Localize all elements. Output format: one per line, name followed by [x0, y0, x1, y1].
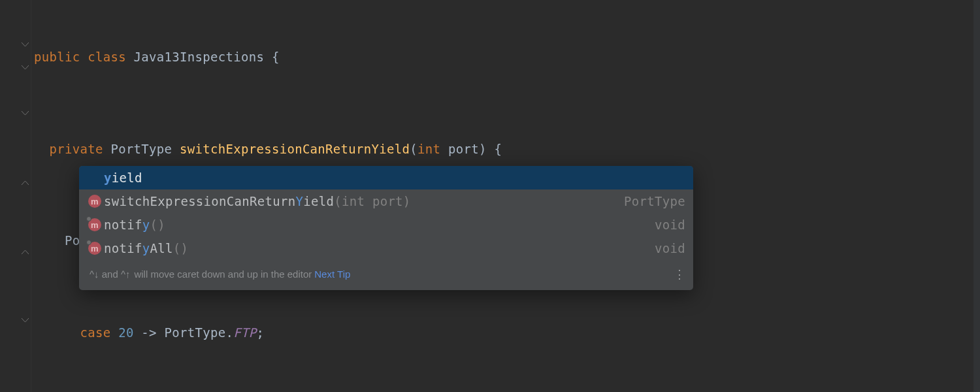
vertical-scrollbar[interactable] — [973, 0, 980, 392]
fold-close-icon[interactable] — [21, 178, 29, 187]
brace: { — [264, 50, 279, 64]
completion-return-type: void — [648, 237, 685, 260]
shortcut-hint: ^↓ and ^↑ — [90, 263, 130, 286]
method-icon: m — [86, 195, 104, 208]
fold-close-icon[interactable] — [21, 248, 29, 256]
completion-label: notifyAll() — [104, 237, 648, 260]
semicolon: ; — [256, 325, 264, 340]
param-name: port — [448, 142, 479, 156]
footer-text: will move caret down and up in the edito… — [134, 263, 312, 286]
method-name: switchExpressionCanReturnYield — [180, 142, 410, 156]
keyword: private — [49, 142, 110, 156]
method-icon: m — [86, 242, 104, 255]
arrow: -> PortType. — [134, 325, 234, 340]
completion-item[interactable]: mswitchExpressionCanReturnYield(int port… — [79, 189, 693, 213]
completion-label: notify() — [104, 214, 648, 237]
code-completion-popup: yieldmswitchExpressionCanReturnYield(int… — [79, 166, 693, 290]
return-type: PortType — [110, 142, 180, 156]
completion-return-type: void — [648, 214, 685, 237]
fold-toggle-icon[interactable] — [21, 63, 29, 72]
keyword: case — [80, 325, 118, 340]
completion-item[interactable]: mnotifyAll()void — [79, 237, 693, 260]
number-literal: 20 — [118, 325, 133, 340]
completion-label: yield — [104, 167, 685, 189]
kebab-menu-icon[interactable]: ⋮ — [674, 271, 685, 278]
fold-toggle-icon[interactable] — [21, 316, 29, 325]
fold-toggle-icon[interactable] — [21, 41, 29, 49]
completion-label: switchExpressionCanReturnYield(int port) — [104, 190, 617, 213]
keyword: int — [417, 142, 448, 156]
completion-footer: ^↓ and ^↑ will move caret down and up in… — [79, 260, 693, 290]
completion-item[interactable]: yield — [79, 166, 693, 189]
class-name: Java13Inspections — [134, 50, 265, 64]
completion-item[interactable]: mnotify()void — [79, 213, 693, 237]
fold-toggle-icon[interactable] — [21, 109, 29, 118]
code-line: private PortType switchExpressionCanRetu… — [34, 138, 980, 161]
editor-gutter — [0, 0, 31, 392]
paren: ) { — [479, 142, 502, 156]
paren: ( — [410, 142, 417, 156]
code-line: case 20 -> PortType.FTP; — [34, 321, 980, 344]
completion-return-type: PortType — [617, 190, 685, 213]
enum-constant: FTP — [233, 325, 256, 340]
method-icon: m — [86, 218, 104, 231]
keyword: public class — [34, 50, 134, 64]
next-tip-link[interactable]: Next Tip — [314, 263, 350, 286]
code-line: public class Java13Inspections { — [34, 46, 980, 69]
